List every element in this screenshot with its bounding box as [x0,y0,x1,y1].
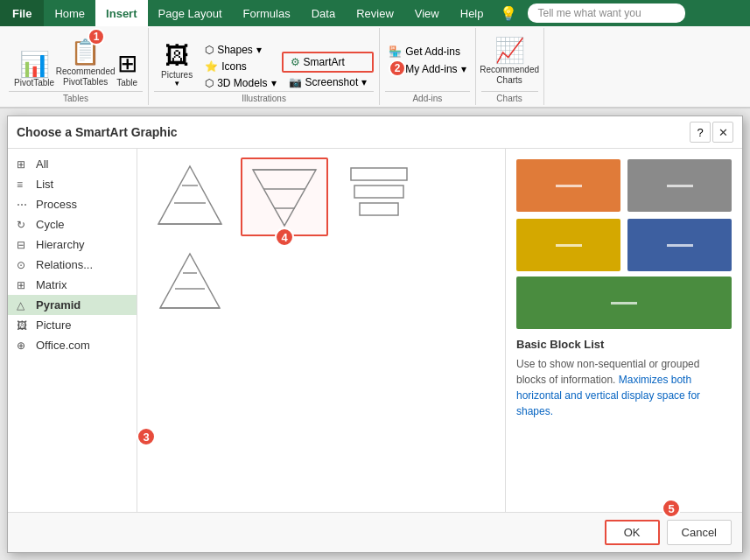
charts-group-label: Charts [481,91,538,103]
shape-pyramid-list[interactable] [146,243,234,322]
dialog-footer: 5 OK Cancel [8,512,742,552]
pyramid-icon: △ [17,299,31,312]
dialog-help-btn[interactable]: ? [690,122,711,143]
tab-home[interactable]: Home [44,0,95,26]
tell-me-input[interactable]: Tell me what want you [528,4,685,23]
dialog-overlay: Choose a SmartArt Graphic ? ✕ ⊞ All ≡ Li… [0,108,750,560]
tab-view[interactable]: View [404,0,450,26]
dialog-close-btn[interactable]: ✕ [712,122,733,143]
pivot-table-btn[interactable]: 📊 PivotTable [9,49,60,91]
pivot-table-icon: 📊 [19,52,50,77]
preview-title: Basic Block List [516,338,732,351]
3d-models-btn[interactable]: ⬡ 3D Models ▾ [201,75,279,91]
shape-basic-pyramid[interactable] [146,158,234,236]
preview-color-yellow[interactable] [516,219,620,271]
shape-inverted-pyramid[interactable]: 4 [241,158,328,236]
tables-group-label: Tables [9,91,143,103]
get-add-ins-icon: 🏪 [389,46,402,58]
svg-marker-11 [160,254,220,308]
pictures-label: Pictures [161,70,193,80]
illustrations-right-group: ⚙ SmartArt 📷 Screenshot ▾ [282,52,375,91]
dialog-body: ⊞ All ≡ List ⋯ Process ↻ Cycle ⊟ Hiera [8,149,742,512]
preview-color-blue[interactable] [627,219,732,271]
illustrations-sub-group: ⬡ Shapes ▾ ⭐ Icons ⬡ 3D Models ▾ [201,42,279,91]
category-all[interactable]: ⊞ All [8,154,137,174]
category-hierarchy[interactable]: ⊟ Hierarchy [8,234,137,255]
charts-group: 📈 Recommended Charts Charts [476,28,544,105]
screenshot-icon: 📷 [289,76,302,88]
tab-file[interactable]: File [0,0,44,26]
dialog: Choose a SmartArt Graphic ? ✕ ⊞ All ≡ Li… [7,116,743,553]
illustrations-group: 🖼 Pictures ▼ ⬡ Shapes ▾ ⭐ Icons ⬡ 3D Mod… [149,28,380,105]
illustrations-group-label: Illustrations [154,91,374,103]
badge-1: 1 [88,28,105,46]
recommended-charts-icon: 📈 [494,36,525,65]
pictures-btn[interactable]: 🖼 Pictures ▼ [154,38,200,91]
tables-group: 📊 PivotTable 📋 Recommended PivotTables ⊞… [4,28,149,105]
category-process[interactable]: ⋯ Process [8,194,137,214]
picture-icon: 🖼 [17,319,31,332]
tab-review[interactable]: Review [346,0,404,26]
svg-rect-10 [360,203,398,215]
smartart-btn[interactable]: ⚙ SmartArt [282,52,375,73]
dialog-title: Choose a SmartArt Graphic [17,125,178,139]
get-add-ins-btn[interactable]: 🏪 Get Add-ins [385,44,469,60]
ok-button[interactable]: OK [605,520,660,545]
badge-5: 5 [662,499,681,518]
recommended-charts-btn[interactable]: 📈 Recommended Charts [481,32,538,89]
svg-marker-4 [253,170,316,226]
tab-insert[interactable]: Insert [95,0,147,26]
smartart-icon: ⚙ [291,56,300,68]
cancel-button[interactable]: Cancel [667,520,732,545]
screenshot-label: Screenshot [305,76,359,88]
category-pyramid[interactable]: △ Pyramid [8,295,137,315]
office-icon: ⊕ [17,340,31,352]
icons-icon: ⭐ [205,60,218,73]
category-list[interactable]: ≡ List [8,174,137,194]
pivot-table-label: PivotTable [14,78,54,88]
badge-2: 2 [389,60,406,77]
preview-color-gray[interactable] [627,159,732,212]
tab-formulas[interactable]: Formulas [233,0,301,26]
tell-me-text: Tell me what want you [538,7,641,19]
category-picture[interactable]: 🖼 Picture [8,315,137,335]
hierarchy-icon: ⊟ [17,239,31,251]
recommended-pivot-label: Recommended PivotTables [56,66,116,88]
shapes-panel: 4 [137,149,506,512]
3d-icon: ⬡ [205,77,214,89]
svg-rect-8 [351,168,407,180]
shapes-btn[interactable]: ⬡ Shapes ▾ [201,42,279,58]
shape-stacked-list[interactable] [335,158,423,236]
preview-color-green[interactable] [516,276,732,329]
all-icon: ⊞ [17,158,31,171]
table-label: Table [116,78,137,88]
category-matrix[interactable]: ⊞ Matrix [8,275,137,295]
table-icon: ⊞ [117,49,137,78]
category-relations[interactable]: ⊙ Relations... [8,255,137,275]
lightbulb-icon: 💡 [494,0,522,26]
dialog-titlebar: Choose a SmartArt Graphic ? ✕ [8,116,742,149]
recommended-charts-label: Recommended Charts [480,65,539,86]
table-btn[interactable]: ⊞ Table [111,46,143,91]
category-cycle[interactable]: ↻ Cycle [8,214,137,234]
cycle-icon: ↻ [17,219,31,231]
badge-4: 4 [275,228,294,247]
pictures-icon: 🖼 [165,41,189,70]
preview-color-orange[interactable] [516,159,620,212]
tab-help[interactable]: Help [450,0,494,26]
icons-btn[interactable]: ⭐ Icons [201,59,279,74]
list-icon: ≡ [17,178,31,191]
tab-page-layout[interactable]: Page Layout [148,0,233,26]
process-icon: ⋯ [17,199,31,211]
category-office[interactable]: ⊕ Office.com [8,335,137,355]
svg-marker-0 [158,166,221,224]
tab-data[interactable]: Data [301,0,346,26]
preview-description: Use to show non-sequential or grouped bl… [516,356,732,419]
shapes-icon: ⬡ [205,44,214,56]
smartart-label: SmartArt [304,56,345,68]
matrix-icon: ⊞ [17,279,31,291]
screenshot-btn[interactable]: 📷 Screenshot ▾ [282,74,375,91]
svg-rect-9 [354,186,403,198]
relations-icon: ⊙ [17,259,31,271]
preview-panel: Basic Block List Use to show non-sequent… [506,149,742,512]
